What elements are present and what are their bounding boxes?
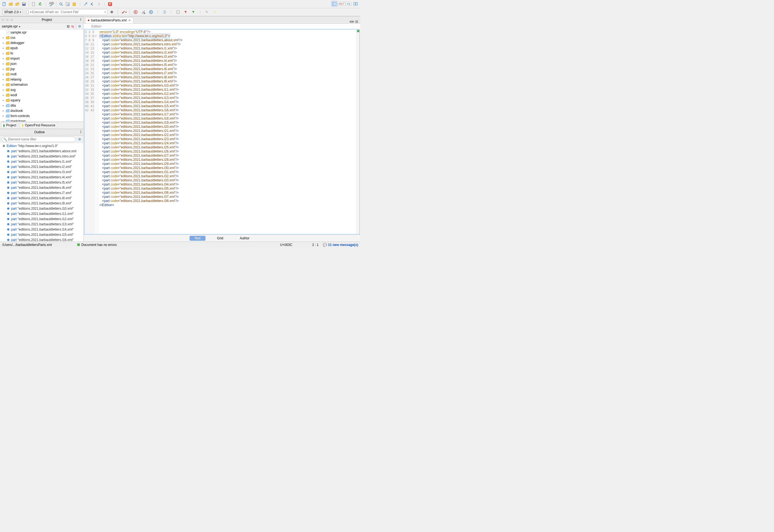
tree-folder[interactable]: ▸svg (0, 87, 83, 92)
tree-folder[interactable]: ▸import (0, 56, 83, 61)
tree-folder[interactable]: ▸debugger (0, 40, 83, 45)
status-messages[interactable]: 💬 11 new message(s) (323, 243, 358, 247)
open-icon[interactable] (8, 1, 14, 7)
window-max-icon[interactable] (10, 18, 13, 21)
back-icon[interactable] (89, 1, 95, 7)
tree-folder[interactable]: ▸nvdl (0, 71, 83, 77)
outline-item[interactable]: part "editions.2021.barbauldletters.l15.… (0, 232, 83, 237)
xpath-input[interactable]: ▾ ▾ (25, 9, 107, 15)
overview-ruler[interactable] (356, 29, 360, 234)
collapse-icon[interactable] (82, 1, 88, 7)
outline-item[interactable]: part "editions.2021.barbauldletters.l8.x… (0, 195, 83, 201)
new-file-icon[interactable] (1, 1, 7, 7)
fold-gutter[interactable]: ▽ (94, 29, 98, 234)
window-close-icon[interactable] (2, 18, 4, 21)
outline-item[interactable]: part "editions.2021.barbauldletters.l14.… (0, 227, 83, 232)
outline-filter-input[interactable] (2, 137, 76, 142)
outline-item[interactable]: part "editions.2021.barbauldletters.abou… (0, 148, 83, 154)
outline-item[interactable]: part "editions.2021.barbauldletters.l3.x… (0, 169, 83, 174)
outline-item[interactable]: part "editions.2021.barbauldletters.l7.x… (0, 190, 83, 195)
layout-icon[interactable] (331, 1, 337, 7)
outline-item[interactable]: part "editions.2021.barbauldletters.l1.x… (0, 159, 83, 164)
wand-icon[interactable]: ✨ (212, 9, 218, 15)
tree-folder[interactable]: ▸schematron (0, 82, 83, 87)
tree-folder[interactable]: ▸markdown (0, 118, 83, 122)
tree-folder[interactable]: ▸relaxng (0, 77, 83, 82)
paste-icon[interactable] (71, 1, 77, 7)
collapse-all-icon[interactable]: ⊟ (66, 23, 70, 29)
tree-folder[interactable]: ▸form-controls (0, 113, 83, 118)
save-icon[interactable] (21, 1, 27, 7)
tab-next-icon[interactable]: ▶ (352, 20, 355, 23)
outline-item[interactable]: part "editions.2021.barbauldletters.l10.… (0, 206, 83, 211)
outline-item[interactable]: part "editions.2021.barbauldletters.l16.… (0, 237, 83, 242)
xslt-debugger-icon[interactable]: XSLT (338, 1, 344, 7)
tab-prev-icon[interactable]: ◀ (349, 20, 352, 23)
outline-tree[interactable]: Edition "http://www.tei-c.org/ns/1.0"par… (0, 143, 83, 242)
compare-icon[interactable] (353, 1, 359, 7)
tab-open-find[interactable]: ▮Open/Find Resource (20, 123, 57, 128)
tab-project[interactable]: ▮Project (1, 123, 18, 128)
tree-folder[interactable]: ▸css (0, 35, 83, 40)
tree-folder[interactable]: ▸json (0, 61, 83, 66)
outline-item[interactable]: part "editions.2021.barbauldletters.intr… (0, 154, 83, 159)
close-tab-icon[interactable]: ✕ (128, 18, 131, 22)
xpath-version-dropdown[interactable]: XPath 2.0▾ (2, 9, 23, 15)
outline-settings-icon[interactable]: ⚙ (77, 136, 82, 142)
project-menu-icon[interactable]: ⠇ (79, 17, 83, 23)
element-icon (7, 228, 9, 231)
code-content[interactable]: version="1.0" encoding="UTF-8"?> <Editio… (98, 29, 356, 234)
editor-tab-active[interactable]: barbauldlettersParts.xml ✕ (85, 17, 133, 23)
tree-root[interactable]: 📄sample.xpr (0, 30, 83, 35)
fold-handle-icon[interactable]: ▽ (95, 34, 97, 38)
outline-item[interactable]: part "editions.2021.barbauldletters.l6.x… (0, 185, 83, 190)
run-icon[interactable] (132, 9, 139, 15)
tree-folder[interactable]: ▸wsdl (0, 92, 83, 98)
tree-folder[interactable]: ▸epub (0, 45, 83, 51)
edit-icon[interactable]: ✎ (204, 9, 210, 15)
outline-item[interactable]: part "editions.2021.barbauldletters.l13.… (0, 221, 83, 227)
project-settings-icon[interactable]: ⚙ (77, 23, 82, 29)
outline-item[interactable]: part "editions.2021.barbauldletters.l9.x… (0, 201, 83, 206)
mode-author[interactable]: Author (235, 236, 255, 241)
outline-item[interactable]: part "editions.2021.barbauldletters.l5.x… (0, 180, 83, 185)
indent-icon[interactable] (161, 9, 167, 15)
outline-item[interactable]: part "editions.2021.barbauldletters.l11.… (0, 211, 83, 216)
feedback-icon[interactable]: F (107, 1, 113, 7)
tree-folder[interactable]: ▸docbook (0, 108, 83, 113)
code-editor[interactable]: 1 2 3 4 5 6 7 8 9 10 11 12 13 14 15 16 1… (84, 29, 360, 234)
project-file-dropdown[interactable]: sample.xpr▾ (2, 24, 20, 28)
outline-menu-icon[interactable]: ⠇ (79, 129, 83, 135)
gear-icon[interactable]: ⚙ (109, 9, 115, 15)
validate-icon[interactable]: ▾ (121, 9, 127, 15)
tree-folder[interactable]: ▸dita (0, 103, 83, 108)
tree-folder[interactable]: ▸jsp (0, 66, 83, 71)
outline-root[interactable]: Edition "http://www.tei-c.org/ns/1.0" (0, 143, 83, 148)
forward-icon[interactable] (96, 1, 102, 7)
spellcheck-icon[interactable]: ABC (48, 1, 54, 7)
tree-folder[interactable]: ▸fo (0, 51, 83, 56)
open-project-icon[interactable] (14, 1, 20, 7)
find-replace-icon[interactable] (65, 1, 71, 7)
outline-item[interactable]: part "editions.2021.barbauldletters.l4.x… (0, 174, 83, 180)
xquery-debugger-icon[interactable]: XQ (346, 1, 352, 7)
pin-green-icon[interactable] (190, 9, 197, 15)
project-tree[interactable]: 📄sample.xpr▸css▸debugger▸epub▸fo▸import▸… (0, 30, 83, 122)
mode-text[interactable]: Text (189, 236, 206, 241)
folder-icon (6, 67, 10, 71)
search-icon[interactable] (58, 1, 64, 7)
outline-item[interactable]: part "editions.2021.barbauldletters.l12.… (0, 216, 83, 221)
breadcrumb[interactable]: Edition (84, 24, 360, 29)
tree-folder[interactable]: ▸xquery (0, 98, 83, 103)
pin-icon[interactable] (182, 9, 189, 15)
run-debug-icon[interactable] (148, 9, 154, 15)
configure-run-icon[interactable] (140, 9, 146, 15)
outline-item[interactable]: part "editions.2021.barbauldletters.l2.x… (0, 164, 83, 169)
tab-list-icon[interactable]: ▦ (355, 20, 358, 23)
reload-icon[interactable] (37, 1, 43, 7)
mode-grid[interactable]: Grid (212, 236, 228, 241)
new-doc-icon[interactable] (31, 1, 37, 7)
link-editor-icon[interactable]: ⇆ (70, 23, 75, 29)
transform-icon[interactable] (175, 9, 181, 15)
window-min-icon[interactable] (6, 18, 9, 21)
